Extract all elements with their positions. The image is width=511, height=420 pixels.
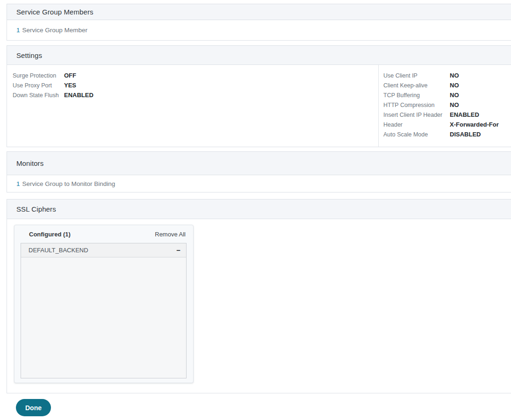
setting-row: TCP Buffering NO xyxy=(383,90,511,100)
settings-panel: Settings Surge Protection OFF Use Proxy … xyxy=(7,45,511,147)
configured-ciphers-box: Configured (1) Remove All DEFAULT_BACKEN… xyxy=(14,225,194,383)
setting-value: OFF xyxy=(64,72,76,79)
done-button[interactable]: Done xyxy=(16,399,51,416)
ssl-ciphers-body: Configured (1) Remove All DEFAULT_BACKEN… xyxy=(7,219,511,393)
setting-label: Use Client IP xyxy=(383,72,450,79)
cipher-row: DEFAULT_BACKEND − xyxy=(21,243,186,257)
setting-row: HTTP Compression NO xyxy=(383,100,511,110)
setting-value: ENABLED xyxy=(64,92,94,99)
member-link-label[interactable]: Service Group Member xyxy=(22,27,88,34)
setting-row: Auto Scale Mode DISABLED xyxy=(383,129,511,139)
settings-header: Settings xyxy=(7,46,511,65)
ssl-ciphers-panel: SSL Ciphers Configured (1) Remove All DE… xyxy=(7,199,511,393)
section-title: Settings xyxy=(16,51,42,59)
service-group-member-link-row[interactable]: 1 Service Group Member xyxy=(7,20,511,40)
monitor-count-link[interactable]: 1 xyxy=(16,180,20,187)
section-title: Service Group Members xyxy=(16,8,94,16)
configured-ciphers-box-header: Configured (1) Remove All xyxy=(14,225,193,243)
setting-label: HTTP Compression xyxy=(383,102,450,108)
configured-count-label: Configured (1) xyxy=(29,231,71,238)
remove-all-link[interactable]: Remove All xyxy=(155,231,186,238)
setting-row: Surge Protection OFF xyxy=(13,71,378,80)
setting-label: Down State Flush xyxy=(13,92,64,99)
setting-label: Auto Scale Mode xyxy=(383,131,450,138)
minus-icon: − xyxy=(176,246,180,254)
setting-label: TCP Buffering xyxy=(383,92,450,99)
setting-value: NO xyxy=(450,101,459,108)
setting-label: Surge Protection xyxy=(13,72,64,79)
section-title: Monitors xyxy=(16,159,43,167)
setting-row: Use Proxy Port YES xyxy=(13,80,378,90)
settings-body: Surge Protection OFF Use Proxy Port YES … xyxy=(7,65,511,147)
monitors-header: Monitors xyxy=(7,152,511,175)
cipher-name: DEFAULT_BACKEND xyxy=(29,247,88,254)
setting-row: Use Client IP NO xyxy=(383,71,511,80)
setting-value: NO xyxy=(450,72,459,79)
setting-row: Client Keep-alive NO xyxy=(383,80,511,90)
setting-label: Use Proxy Port xyxy=(13,82,64,89)
cipher-list: DEFAULT_BACKEND − xyxy=(21,243,187,378)
setting-label: Insert Client IP Header xyxy=(383,112,450,118)
setting-value: ENABLED xyxy=(450,111,479,118)
ssl-ciphers-header: SSL Ciphers xyxy=(7,199,511,219)
setting-value: YES xyxy=(64,82,76,89)
settings-left-column: Surge Protection OFF Use Proxy Port YES … xyxy=(7,65,379,147)
setting-value: NO xyxy=(450,82,459,89)
service-group-members-header: Service Group Members xyxy=(7,4,511,20)
setting-row: Down State Flush ENABLED xyxy=(13,90,378,100)
monitor-binding-link-row[interactable]: 1 Service Group to Monitor Binding xyxy=(7,175,511,192)
setting-value: X-Forwarded-For xyxy=(450,121,499,128)
monitor-link-label[interactable]: Service Group to Monitor Binding xyxy=(22,180,115,187)
setting-row: Header X-Forwarded-For xyxy=(383,120,511,129)
remove-cipher-button[interactable]: − xyxy=(176,247,180,254)
section-title: SSL Ciphers xyxy=(16,205,56,213)
settings-right-column: Use Client IP NO Client Keep-alive NO TC… xyxy=(379,65,511,147)
setting-label: Header xyxy=(383,121,450,128)
service-group-members-panel: Service Group Members 1 Service Group Me… xyxy=(7,4,511,41)
monitors-panel: Monitors 1 Service Group to Monitor Bind… xyxy=(7,151,511,192)
setting-row: Insert Client IP Header ENABLED xyxy=(383,110,511,120)
setting-value: NO xyxy=(450,92,459,99)
setting-label: Client Keep-alive xyxy=(383,82,450,89)
setting-value: DISABLED xyxy=(450,131,481,138)
member-count-link[interactable]: 1 xyxy=(16,27,20,34)
